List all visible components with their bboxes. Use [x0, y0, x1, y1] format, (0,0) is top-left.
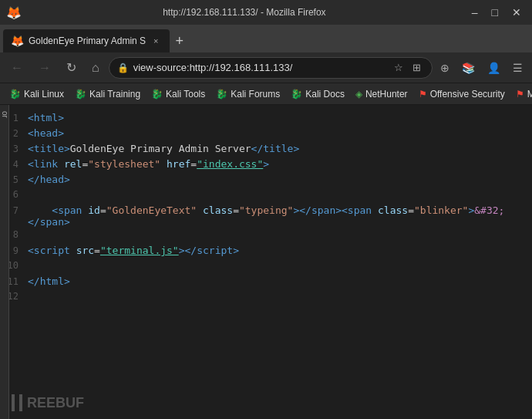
source-line: 6: [0, 188, 532, 204]
msfu-icon: ⚑: [516, 89, 524, 100]
refresh-button[interactable]: ↻: [60, 57, 82, 78]
window-controls[interactable]: – □ ✕: [467, 5, 526, 20]
kali-linux-icon: 🐉: [9, 89, 21, 100]
bookmark-kali-forums-label: Kali Forums: [231, 89, 280, 100]
line-content: <html>: [28, 112, 532, 123]
bookmark-offensive-security-label: Offensive Security: [430, 89, 505, 100]
active-tab[interactable]: 🦊 GoldenEye Primary Admin S ×: [3, 29, 170, 52]
line-content: </head>: [28, 174, 532, 185]
source-line: 2<head>: [0, 127, 532, 142]
bookmark-kali-tools[interactable]: 🐉 Kali Tools: [146, 87, 210, 101]
new-tab-button[interactable]: +: [170, 29, 190, 52]
tab-label: GoldenEye Primary Admin S: [29, 35, 146, 46]
bookmark-nethunter[interactable]: ◈ NetHunter: [351, 87, 412, 101]
bookmark-msfu-label: MSFU: [527, 89, 532, 100]
bookmark-kali-training[interactable]: 🐉 Kali Training: [70, 87, 145, 101]
navbar: ← → ↻ ⌂ 🔒 view-source:http://192.168.111…: [0, 52, 532, 83]
bookmark-kali-linux-label: Kali Linux: [24, 89, 64, 100]
url-actions: ☆ ⊞: [391, 60, 424, 75]
bookmark-msfu[interactable]: ⚑ MSFU: [511, 87, 532, 101]
freebuf-logo-text: REEBUF: [27, 395, 84, 411]
source-line: 4<link rel="stylesheet" href="index.css"…: [0, 157, 532, 173]
sync-icon[interactable]: 👤: [483, 59, 505, 77]
tabbar: 🦊 GoldenEye Primary Admin S × +: [0, 25, 532, 52]
bookmark-offensive-security[interactable]: ⚑ Offensive Security: [414, 87, 510, 101]
offensive-security-icon: ⚑: [419, 89, 427, 100]
bookmark-kali-forums[interactable]: 🐉 Kali Forums: [211, 87, 285, 101]
bookmark-star-icon[interactable]: ☆: [391, 60, 406, 75]
tab-close-button[interactable]: ×: [150, 35, 161, 47]
nav-right-buttons: ⊕ 📚 👤 ☰: [436, 59, 527, 77]
line-content: <link rel="stylesheet" href="index.css">: [28, 158, 532, 170]
maximize-button[interactable]: □: [487, 5, 503, 20]
url-bar[interactable]: 🔒 view-source:http://192.168.111.133/ ☆ …: [109, 57, 433, 79]
freebuf-bar2: [19, 394, 22, 411]
bookmark-kali-docs[interactable]: 🐉 Kali Docs: [286, 87, 349, 101]
minimize-button[interactable]: –: [467, 5, 483, 20]
source-line: 1<html>: [0, 111, 532, 127]
menu-icon[interactable]: ☰: [508, 59, 527, 77]
line-content: <title>GoldenEye Primary Admin Server</t…: [28, 143, 532, 154]
source-line: 7 <span id="GoldenEyeText" class="typein…: [0, 204, 532, 228]
bookmark-kali-linux[interactable]: 🐉 Kali Linux: [5, 87, 69, 101]
source-line: 3<title>GoldenEye Primary Admin Server</…: [0, 142, 532, 157]
reader-view-icon[interactable]: ⊞: [409, 60, 424, 75]
tab-favicon: 🦊: [11, 35, 24, 47]
line-content: <head>: [28, 127, 532, 139]
source-line: 10: [0, 259, 532, 275]
line-content: </html>: [28, 275, 532, 287]
library-icon[interactable]: 📚: [457, 59, 480, 77]
sidebar-text: or: [0, 105, 10, 124]
kali-training-icon: 🐉: [75, 89, 86, 100]
forward-button[interactable]: →: [32, 58, 57, 78]
close-button[interactable]: ✕: [507, 5, 526, 20]
left-sidebar: or: [0, 105, 9, 419]
line-content: <script src="terminal.js"></script>: [28, 245, 532, 256]
bookmarks-bar: 🐉 Kali Linux 🐉 Kali Training 🐉 Kali Tool…: [0, 83, 532, 105]
freebuf-bar: [12, 394, 15, 411]
source-line: 8: [0, 228, 532, 244]
bookmark-kali-tools-label: Kali Tools: [166, 89, 205, 100]
firefox-icon: 🦊: [6, 5, 22, 20]
bookmark-kali-docs-label: Kali Docs: [305, 89, 345, 100]
nethunter-icon: ◈: [355, 89, 362, 100]
source-line: 9<script src="terminal.js"></script>: [0, 244, 532, 259]
bookmark-nethunter-label: NetHunter: [365, 89, 408, 100]
kali-tools-icon: 🐉: [151, 89, 163, 100]
extensions-icon[interactable]: ⊕: [436, 59, 454, 77]
lock-icon: 🔒: [117, 63, 129, 73]
window-title: http://192.168.111.133/ - Mozilla Firefo…: [22, 7, 467, 18]
line-content: <span id="GoldenEyeText" class="typeing"…: [28, 204, 532, 228]
freebuf-watermark: REEBUF: [12, 394, 84, 411]
kali-docs-icon: 🐉: [291, 89, 302, 100]
titlebar: 🦊 http://192.168.111.133/ - Mozilla Fire…: [0, 0, 532, 25]
home-button[interactable]: ⌂: [86, 58, 106, 78]
source-line: 12: [0, 290, 532, 306]
source-line: 11</html>: [0, 275, 532, 290]
kali-forums-icon: 🐉: [216, 89, 227, 100]
back-button[interactable]: ←: [5, 58, 29, 78]
source-line: 5</head>: [0, 173, 532, 188]
url-text: view-source:http://192.168.111.133/: [133, 62, 386, 73]
source-view[interactable]: 1<html>2<head>3<title>GoldenEye Primary …: [0, 105, 532, 419]
bookmark-kali-training-label: Kali Training: [89, 89, 140, 100]
